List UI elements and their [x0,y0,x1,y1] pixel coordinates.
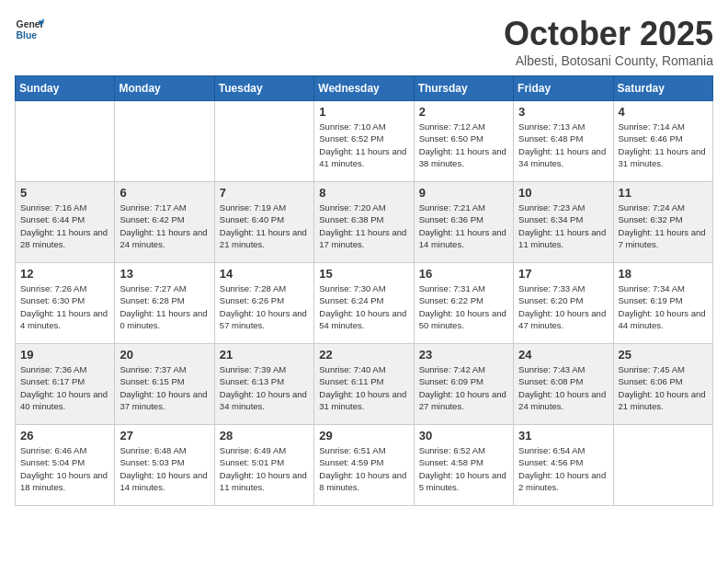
calendar-day-27: 27Sunrise: 6:48 AM Sunset: 5:03 PM Dayli… [115,425,214,506]
calendar-day-17: 17Sunrise: 7:33 AM Sunset: 6:20 PM Dayli… [514,263,613,344]
empty-cell [115,101,214,182]
calendar-day-10: 10Sunrise: 7:23 AM Sunset: 6:34 PM Dayli… [514,182,613,263]
calendar-day-13: 13Sunrise: 7:27 AM Sunset: 6:28 PM Dayli… [115,263,214,344]
day-info: Sunrise: 7:10 AM Sunset: 6:52 PM Dayligh… [319,121,408,169]
day-number: 3 [518,105,608,119]
calendar-day-11: 11Sunrise: 7:24 AM Sunset: 6:32 PM Dayli… [613,182,712,263]
day-info: Sunrise: 6:54 AM Sunset: 4:56 PM Dayligh… [518,444,608,493]
day-number: 6 [119,186,209,200]
day-info: Sunrise: 7:13 AM Sunset: 6:48 PM Dayligh… [518,121,608,169]
day-info: Sunrise: 7:23 AM Sunset: 6:34 PM Dayligh… [518,201,608,250]
day-info: Sunrise: 7:42 AM Sunset: 6:09 PM Dayligh… [419,363,508,412]
day-info: Sunrise: 7:31 AM Sunset: 6:22 PM Dayligh… [419,282,508,331]
calendar-day-15: 15Sunrise: 7:30 AM Sunset: 6:24 PM Dayli… [314,263,414,344]
calendar-day-18: 18Sunrise: 7:34 AM Sunset: 6:19 PM Dayli… [613,263,712,344]
empty-cell [214,101,313,182]
calendar-day-5: 5Sunrise: 7:16 AM Sunset: 6:44 PM Daylig… [16,182,115,263]
calendar-week-row: 19Sunrise: 7:36 AM Sunset: 6:17 PM Dayli… [16,344,713,425]
day-number: 15 [319,267,408,281]
day-info: Sunrise: 7:28 AM Sunset: 6:26 PM Dayligh… [220,282,309,331]
day-info: Sunrise: 7:20 AM Sunset: 6:38 PM Dayligh… [319,201,408,250]
weekday-header-row: SundayMondayTuesdayWednesdayThursdayFrid… [16,76,713,101]
calendar-day-28: 28Sunrise: 6:49 AM Sunset: 5:01 PM Dayli… [214,425,313,506]
day-number: 22 [319,348,408,362]
day-number: 10 [518,186,608,200]
calendar-day-29: 29Sunrise: 6:51 AM Sunset: 4:59 PM Dayli… [314,425,414,506]
calendar-week-row: 1Sunrise: 7:10 AM Sunset: 6:52 PM Daylig… [16,101,713,182]
calendar-day-3: 3Sunrise: 7:13 AM Sunset: 6:48 PM Daylig… [514,101,613,182]
day-number: 29 [319,429,408,442]
day-number: 7 [220,186,309,200]
day-info: Sunrise: 6:46 AM Sunset: 5:04 PM Dayligh… [20,444,109,493]
day-number: 2 [419,105,508,119]
day-number: 16 [419,267,508,281]
day-number: 5 [20,186,109,200]
calendar-day-12: 12Sunrise: 7:26 AM Sunset: 6:30 PM Dayli… [16,263,115,344]
calendar-day-4: 4Sunrise: 7:14 AM Sunset: 6:46 PM Daylig… [613,101,712,182]
weekday-header-tuesday: Tuesday [214,76,313,101]
title-section: October 2025 Albesti, Botosani County, R… [504,15,713,68]
day-info: Sunrise: 6:49 AM Sunset: 5:01 PM Dayligh… [220,444,309,493]
day-info: Sunrise: 7:39 AM Sunset: 6:13 PM Dayligh… [220,363,309,412]
day-number: 9 [419,186,508,200]
day-number: 20 [119,348,209,362]
day-info: Sunrise: 7:45 AM Sunset: 6:06 PM Dayligh… [619,363,708,412]
calendar-day-16: 16Sunrise: 7:31 AM Sunset: 6:22 PM Dayli… [414,263,513,344]
day-number: 21 [220,348,309,362]
calendar-day-25: 25Sunrise: 7:45 AM Sunset: 6:06 PM Dayli… [613,344,712,425]
calendar-day-26: 26Sunrise: 6:46 AM Sunset: 5:04 PM Dayli… [16,425,115,506]
day-number: 24 [518,348,608,362]
day-number: 30 [419,429,508,442]
day-number: 11 [619,186,708,200]
day-number: 26 [20,429,109,442]
calendar-day-20: 20Sunrise: 7:37 AM Sunset: 6:15 PM Dayli… [115,344,214,425]
weekday-header-wednesday: Wednesday [314,76,414,101]
calendar-day-23: 23Sunrise: 7:42 AM Sunset: 6:09 PM Dayli… [414,344,513,425]
day-number: 12 [20,267,109,281]
calendar-subtitle: Albesti, Botosani County, Romania [504,53,713,68]
day-info: Sunrise: 7:30 AM Sunset: 6:24 PM Dayligh… [319,282,408,331]
weekday-header-sunday: Sunday [16,76,115,101]
day-number: 28 [220,429,309,442]
calendar-table: SundayMondayTuesdayWednesdayThursdayFrid… [15,75,713,506]
calendar-day-2: 2Sunrise: 7:12 AM Sunset: 6:50 PM Daylig… [414,101,513,182]
empty-cell [16,101,115,182]
calendar-day-31: 31Sunrise: 6:54 AM Sunset: 4:56 PM Dayli… [514,425,613,506]
calendar-day-7: 7Sunrise: 7:19 AM Sunset: 6:40 PM Daylig… [214,182,313,263]
calendar-week-row: 26Sunrise: 6:46 AM Sunset: 5:04 PM Dayli… [16,425,713,506]
day-info: Sunrise: 7:40 AM Sunset: 6:11 PM Dayligh… [319,363,408,412]
day-number: 31 [518,429,608,442]
calendar-day-14: 14Sunrise: 7:28 AM Sunset: 6:26 PM Dayli… [214,263,313,344]
day-number: 13 [119,267,209,281]
day-info: Sunrise: 7:17 AM Sunset: 6:42 PM Dayligh… [119,201,209,250]
calendar-day-9: 9Sunrise: 7:21 AM Sunset: 6:36 PM Daylig… [414,182,513,263]
calendar-day-21: 21Sunrise: 7:39 AM Sunset: 6:13 PM Dayli… [214,344,313,425]
calendar-day-30: 30Sunrise: 6:52 AM Sunset: 4:58 PM Dayli… [414,425,513,506]
calendar-day-1: 1Sunrise: 7:10 AM Sunset: 6:52 PM Daylig… [314,101,414,182]
page-header: General Blue October 2025 Albesti, Botos… [15,15,713,68]
empty-cell [613,425,712,506]
calendar-week-row: 5Sunrise: 7:16 AM Sunset: 6:44 PM Daylig… [16,182,713,263]
day-info: Sunrise: 6:48 AM Sunset: 5:03 PM Dayligh… [119,444,209,493]
day-info: Sunrise: 7:43 AM Sunset: 6:08 PM Dayligh… [518,363,608,412]
day-info: Sunrise: 7:12 AM Sunset: 6:50 PM Dayligh… [419,121,508,169]
day-info: Sunrise: 7:34 AM Sunset: 6:19 PM Dayligh… [619,282,708,331]
day-info: Sunrise: 7:26 AM Sunset: 6:30 PM Dayligh… [20,282,109,331]
day-info: Sunrise: 7:37 AM Sunset: 6:15 PM Dayligh… [119,363,209,412]
weekday-header-thursday: Thursday [414,76,513,101]
day-number: 25 [619,348,708,362]
day-info: Sunrise: 6:51 AM Sunset: 4:59 PM Dayligh… [319,444,408,493]
calendar-day-22: 22Sunrise: 7:40 AM Sunset: 6:11 PM Dayli… [314,344,414,425]
calendar-title: October 2025 [504,15,713,53]
day-info: Sunrise: 7:16 AM Sunset: 6:44 PM Dayligh… [20,201,109,250]
day-info: Sunrise: 7:19 AM Sunset: 6:40 PM Dayligh… [220,201,309,250]
calendar-day-8: 8Sunrise: 7:20 AM Sunset: 6:38 PM Daylig… [314,182,414,263]
calendar-day-19: 19Sunrise: 7:36 AM Sunset: 6:17 PM Dayli… [16,344,115,425]
calendar-week-row: 12Sunrise: 7:26 AM Sunset: 6:30 PM Dayli… [16,263,713,344]
weekday-header-saturday: Saturday [613,76,712,101]
weekday-header-friday: Friday [514,76,613,101]
logo-icon: General Blue [15,15,44,44]
day-number: 23 [419,348,508,362]
day-info: Sunrise: 7:33 AM Sunset: 6:20 PM Dayligh… [518,282,608,331]
svg-text:Blue: Blue [17,30,38,40]
